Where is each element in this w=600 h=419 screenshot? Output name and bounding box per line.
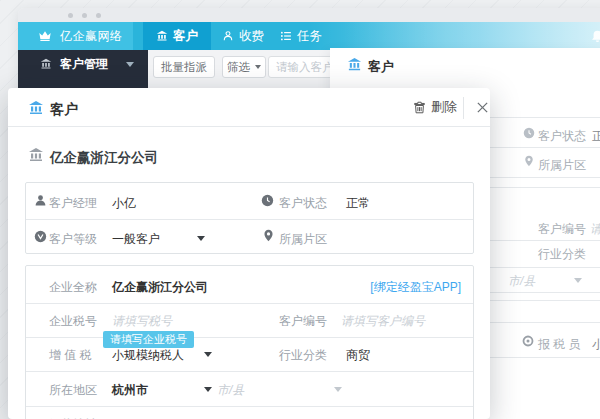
status-value: 正常 xyxy=(592,128,600,145)
delete-label: 删除 xyxy=(431,98,457,116)
batch-assign-button[interactable]: 批量指派 xyxy=(153,56,215,78)
trash-icon xyxy=(413,101,426,114)
pin-icon xyxy=(262,229,275,242)
filter-label: 筛选 xyxy=(227,60,250,75)
industry-label: 行业分类 xyxy=(279,347,327,364)
tab-label: 收费 xyxy=(239,28,264,45)
full-name-label: 企业全称 xyxy=(49,279,97,296)
window-titlebar xyxy=(18,8,600,22)
full-name-value[interactable]: 亿企赢浙江分公司 xyxy=(112,279,208,296)
panel-title: 客户 xyxy=(368,58,394,76)
building-icon xyxy=(347,57,362,72)
navbar-fade-overlay xyxy=(308,22,600,50)
badge-icon xyxy=(522,335,534,347)
divider xyxy=(26,303,473,304)
tab-label: 任务 xyxy=(297,28,322,45)
customer-no-input[interactable]: 请填写客户编号 xyxy=(341,313,425,330)
divider xyxy=(463,97,464,119)
vat-select[interactable]: 小规模纳税人 xyxy=(112,347,184,364)
chevron-down-icon xyxy=(255,65,261,69)
manager-label: 客户经理 xyxy=(49,195,97,212)
tax-no-validation-tooltip: 请填写企业税号 xyxy=(103,331,194,348)
customer-no-placeholder[interactable]: 请填写客户编号 xyxy=(590,221,600,238)
divider xyxy=(26,219,473,220)
modal-title: 客户 xyxy=(50,101,78,119)
divider xyxy=(26,371,473,372)
bell-icon[interactable] xyxy=(590,29,600,44)
industry-value: 商贸 xyxy=(346,347,370,364)
status-label: 客户状态 xyxy=(538,128,586,145)
bind-app-link[interactable]: [绑定经盈宝APP] xyxy=(370,279,461,296)
tax-officer-value: 小亿 xyxy=(592,336,600,353)
area-label: 所属片区 xyxy=(279,231,327,248)
person-icon xyxy=(34,194,47,207)
status-value: 正常 xyxy=(346,195,370,212)
chevron-down-icon xyxy=(204,352,212,357)
level-badge-icon xyxy=(34,230,47,243)
delete-button[interactable]: 删除 xyxy=(413,96,457,118)
customer-detail-modal: 客户 删除 亿企赢浙江分公司 客户经理 小亿 xyxy=(8,88,490,419)
company-name: 亿企赢浙江分公司 xyxy=(50,149,158,167)
filter-button[interactable]: 筛选 xyxy=(222,56,266,78)
customer-no-label: 客户编号 xyxy=(279,313,327,330)
city-select[interactable]: 市/县 xyxy=(508,273,535,290)
company-form-card: 企业全称 亿企赢浙江分公司 [绑定经盈宝APP] 企业税号 请填写税号 客户编号… xyxy=(25,265,474,419)
divider xyxy=(26,406,473,407)
chevron-down-icon xyxy=(334,387,342,392)
sidebar-item-label: 客户管理 xyxy=(60,56,108,73)
close-icon xyxy=(476,101,489,114)
sidebar-item-customer-management[interactable]: 客户管理 xyxy=(18,50,148,78)
chevron-down-icon xyxy=(126,62,134,67)
chevron-down-icon xyxy=(197,236,205,241)
area-label: 所属片区 xyxy=(538,157,586,174)
brand: 亿企赢网络 xyxy=(18,22,133,50)
city-select[interactable]: 市/县 xyxy=(217,382,244,399)
tax-no-label: 企业税号 xyxy=(49,313,97,330)
top-navbar: 亿企赢网络 客户 收费 任 xyxy=(18,22,600,50)
building-icon xyxy=(40,58,52,70)
crown-icon xyxy=(38,29,52,43)
divider xyxy=(26,337,473,338)
tax-no-input[interactable]: 请填写税号 xyxy=(112,313,172,330)
person-icon xyxy=(222,30,234,42)
summary-card: 客户经理 小亿 客户状态 正常 客户等级 一般客户 所属片区 xyxy=(25,182,474,254)
brand-label: 亿企赢网络 xyxy=(60,28,123,45)
region-select[interactable]: 杭州市 xyxy=(112,382,148,399)
window-dot-icon xyxy=(68,13,73,18)
clock-icon xyxy=(261,194,274,207)
level-label: 客户等级 xyxy=(49,231,97,248)
manager-value: 小亿 xyxy=(112,195,136,212)
level-select[interactable]: 一般客户 xyxy=(112,231,160,248)
close-button[interactable] xyxy=(469,94,490,120)
chevron-down-icon xyxy=(574,278,582,283)
tax-officer-label: 报 税 员 xyxy=(538,336,581,353)
region-label: 所在地区 xyxy=(49,382,97,399)
window-dot-icon xyxy=(82,13,87,18)
clock-icon xyxy=(523,127,535,139)
window-dot-icon xyxy=(96,13,101,18)
customer-no-label: 客户编号 xyxy=(538,221,586,238)
tab-label: 客户 xyxy=(173,28,198,45)
batch-assign-label: 批量指派 xyxy=(161,60,207,75)
tab-customer[interactable]: 客户 xyxy=(143,22,211,50)
building-icon xyxy=(28,147,44,163)
vat-label: 增 值 税 xyxy=(49,347,92,364)
building-icon xyxy=(28,100,44,116)
industry-label: 行业分类 xyxy=(538,246,586,263)
screen: 亿企赢网络 客户 收费 任 xyxy=(0,0,600,419)
chevron-down-icon xyxy=(204,387,212,392)
tab-tasks[interactable]: 任务 xyxy=(267,22,335,50)
pin-icon xyxy=(523,155,535,167)
building-icon xyxy=(156,30,168,42)
status-label: 客户状态 xyxy=(279,195,327,212)
list-icon xyxy=(280,30,292,42)
divider xyxy=(8,126,490,127)
